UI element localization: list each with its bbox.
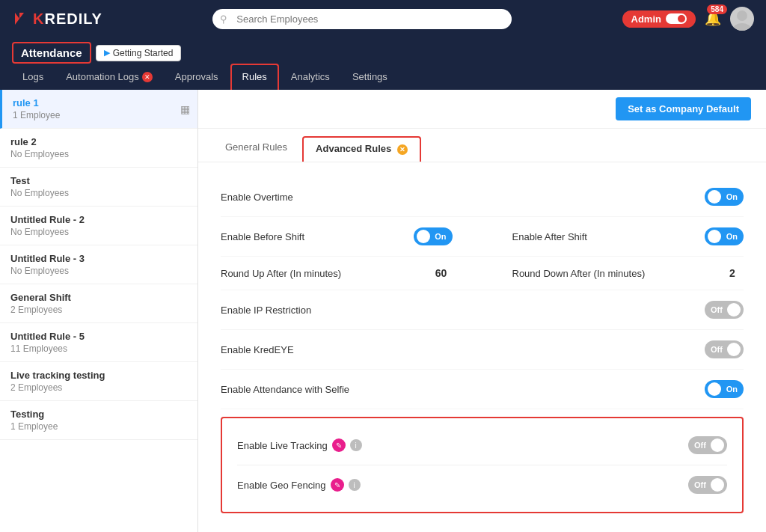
item-sub: No Employees bbox=[10, 188, 187, 198]
logo: KREDILY bbox=[12, 10, 102, 28]
sidebar-item-test[interactable]: Test No Employees bbox=[0, 168, 197, 207]
item-sub: 11 Employees bbox=[10, 343, 187, 354]
automation-logs-close-icon[interactable]: ✕ bbox=[142, 72, 153, 82]
geo-fencing-toggle[interactable]: Off bbox=[688, 476, 727, 494]
round-up-label: Round Up After (In minutes) bbox=[221, 268, 430, 279]
toggle-knob bbox=[711, 438, 724, 452]
toggle-knob bbox=[708, 230, 721, 243]
toggle-text: On bbox=[726, 232, 738, 241]
enable-overtime-label: Enable Overtime bbox=[221, 192, 705, 203]
sub-navbar: Attendance ▶ Getting Started bbox=[0, 37, 766, 64]
ip-restriction-toggle[interactable]: Off bbox=[705, 301, 744, 319]
geo-fencing-edit-icon[interactable]: ✎ bbox=[331, 478, 344, 492]
tab-settings-label: Settings bbox=[352, 71, 387, 82]
sidebar-item-untitled2[interactable]: Untitled Rule - 2 No Employees bbox=[0, 207, 197, 245]
tab-approvals-label: Approvals bbox=[175, 71, 218, 82]
kredeye-toggle[interactable]: Off bbox=[705, 340, 744, 358]
item-sub: 1 Employee bbox=[10, 421, 187, 432]
live-tracking-toggle[interactable]: Off bbox=[688, 436, 727, 454]
selfie-toggle[interactable]: On bbox=[705, 380, 744, 398]
sidebar-item-testing[interactable]: Testing 1 Employee bbox=[0, 401, 197, 440]
toggle-text: On bbox=[726, 192, 738, 201]
before-shift-label: Enable Before Shift bbox=[221, 231, 414, 242]
play-icon: ▶ bbox=[104, 48, 110, 58]
tab-automation-logs-label: Automation Logs bbox=[66, 71, 139, 82]
tab-approvals[interactable]: Approvals bbox=[165, 65, 229, 90]
svg-marker-0 bbox=[15, 13, 19, 25]
tab-analytics-label: Analytics bbox=[291, 71, 330, 82]
tab-analytics[interactable]: Analytics bbox=[281, 65, 340, 90]
copy-icon[interactable]: ▦ bbox=[180, 103, 190, 115]
item-name: General Shift bbox=[10, 292, 187, 303]
sidebar-item-live-tracking[interactable]: Live tracking testing 2 Employees bbox=[0, 362, 197, 401]
search-input[interactable] bbox=[212, 9, 512, 29]
item-name: Untitled Rule - 2 bbox=[10, 214, 187, 225]
shift-row: Enable Before Shift On Enable After Shif… bbox=[221, 217, 744, 257]
sidebar: rule 1 1 Employee ▦ rule 2 No Employees … bbox=[0, 90, 198, 532]
sidebar-item-untitled5[interactable]: Untitled Rule - 5 11 Employees bbox=[0, 323, 197, 362]
svg-point-2 bbox=[737, 10, 747, 21]
tab-general-rules[interactable]: General Rules bbox=[213, 136, 299, 162]
item-name: Test bbox=[10, 175, 187, 186]
set-default-button[interactable]: Set as Company Default bbox=[616, 97, 751, 120]
item-name: Untitled Rule - 3 bbox=[10, 253, 187, 264]
enable-overtime-row: Enable Overtime On bbox=[221, 177, 744, 217]
svg-marker-1 bbox=[19, 13, 24, 19]
tab-logs[interactable]: Logs bbox=[12, 65, 54, 90]
top-navbar: KREDILY ⚲ Admin 🔔 584 bbox=[0, 0, 766, 37]
live-tracking-box: Enable Live Tracking ✎ i Off Enable Geo … bbox=[221, 417, 744, 513]
tab-rules-label: Rules bbox=[242, 71, 267, 82]
attendance-label: Attendance bbox=[12, 42, 91, 64]
admin-button[interactable]: Admin bbox=[622, 10, 696, 28]
admin-label: Admin bbox=[631, 13, 661, 25]
live-tracking-row: Enable Live Tracking ✎ i Off bbox=[237, 426, 727, 465]
item-sub: 2 Employees bbox=[10, 305, 187, 315]
search-icon: ⚲ bbox=[220, 13, 227, 25]
notification-bell[interactable]: 🔔 584 bbox=[705, 10, 721, 27]
item-sub: No Employees bbox=[10, 266, 187, 276]
toggle-knob bbox=[417, 230, 430, 243]
sidebar-item-rule2[interactable]: rule 2 No Employees bbox=[0, 129, 197, 168]
settings-content: Enable Overtime On Enable Before Shift O… bbox=[198, 162, 766, 528]
toggle-text: Off bbox=[711, 345, 723, 354]
item-name: rule 1 bbox=[13, 97, 187, 108]
sidebar-item-rule1[interactable]: rule 1 1 Employee ▦ bbox=[0, 90, 197, 129]
tab-advanced-rules[interactable]: Advanced Rules ✕ bbox=[302, 136, 421, 162]
item-sub: 2 Employees bbox=[10, 382, 187, 393]
live-tracking-label: Enable Live Tracking ✎ i bbox=[237, 438, 688, 452]
sidebar-item-general-shift[interactable]: General Shift 2 Employees bbox=[0, 284, 197, 323]
enable-overtime-toggle[interactable]: On bbox=[705, 188, 744, 206]
advanced-rules-close-icon[interactable]: ✕ bbox=[397, 144, 408, 155]
live-tracking-info-icon[interactable]: i bbox=[350, 439, 362, 451]
item-name: Live tracking testing bbox=[10, 370, 187, 381]
getting-started-button[interactable]: ▶ Getting Started bbox=[96, 45, 182, 61]
geo-fencing-info-icon[interactable]: i bbox=[349, 479, 361, 491]
item-sub: 1 Employee bbox=[13, 110, 187, 120]
toggle-knob bbox=[708, 382, 721, 396]
toggle-text: Off bbox=[694, 480, 706, 489]
item-name: rule 2 bbox=[10, 136, 187, 147]
toggle-text: On bbox=[726, 385, 738, 394]
toggle-knob bbox=[727, 343, 741, 356]
tab-automation-logs[interactable]: Automation Logs ✕ bbox=[55, 65, 163, 90]
right-panel: Set as Company Default General Rules Adv… bbox=[198, 90, 766, 532]
live-tracking-edit-icon[interactable]: ✎ bbox=[332, 438, 346, 452]
ip-restriction-row: Enable IP Restriction Off bbox=[221, 290, 744, 330]
tab-rules[interactable]: Rules bbox=[230, 64, 279, 90]
enable-before-shift-toggle[interactable]: On bbox=[414, 227, 453, 245]
sidebar-item-untitled3[interactable]: Untitled Rule - 3 No Employees bbox=[0, 245, 197, 284]
avatar[interactable] bbox=[730, 7, 754, 31]
tab-logs-label: Logs bbox=[22, 71, 43, 82]
logo-text: KREDILY bbox=[33, 10, 102, 28]
after-shift-half: Enable After Shift On bbox=[512, 227, 744, 245]
item-name: Untitled Rule - 5 bbox=[10, 331, 187, 342]
general-rules-label: General Rules bbox=[225, 141, 287, 153]
round-down-value: 2 bbox=[721, 267, 744, 279]
admin-toggle[interactable] bbox=[666, 13, 687, 24]
item-sub: No Employees bbox=[10, 227, 187, 237]
enable-after-shift-toggle[interactable]: On bbox=[705, 227, 744, 245]
tab-settings[interactable]: Settings bbox=[342, 65, 398, 90]
toggle-text: On bbox=[435, 232, 446, 241]
rules-tabs: General Rules Advanced Rules ✕ bbox=[198, 129, 766, 162]
geo-fencing-label: Enable Geo Fencing ✎ i bbox=[237, 478, 688, 492]
